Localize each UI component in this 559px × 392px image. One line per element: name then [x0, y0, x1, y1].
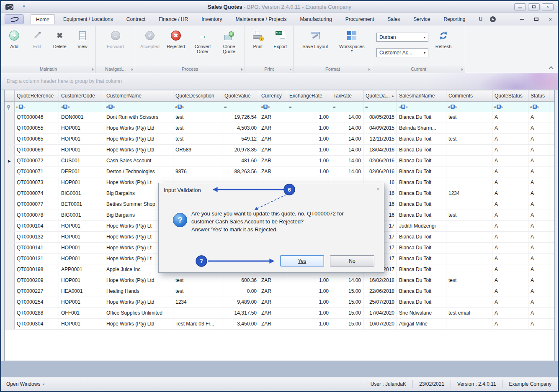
cell-status[interactable]: A: [528, 232, 549, 242]
cell-qstatus[interactable]: A: [492, 199, 528, 210]
row-indicator[interactable]: [5, 254, 15, 264]
cell-salesman[interactable]: Bianca Du Toit: [397, 156, 446, 166]
group-by-bar[interactable]: Drag a column header here to group by th…: [1, 73, 558, 90]
mdi-close-icon[interactable]: ×: [549, 17, 552, 22]
cell-ref[interactable]: QT0000072: [15, 156, 59, 166]
cell-date[interactable]: 16/02/2018: [363, 275, 397, 286]
cell-qstatus[interactable]: A: [492, 177, 528, 188]
filter-cell-value[interactable]: =: [222, 102, 259, 112]
cell-qstatus[interactable]: A: [492, 156, 528, 166]
cell-tax[interactable]: 15.00: [331, 308, 363, 318]
cell-exchange[interactable]: 1.00: [287, 275, 331, 286]
yes-button[interactable]: Yes: [280, 255, 324, 266]
cell-status[interactable]: A: [528, 199, 549, 210]
cell-comments[interactable]: [446, 297, 492, 307]
filter-cell-qstatus[interactable]: aBc: [492, 102, 528, 112]
cell-date[interactable]: 12/11/2015: [363, 134, 397, 144]
column-header-name[interactable]: CustomerName: [104, 90, 173, 102]
cell-comments[interactable]: [446, 156, 492, 166]
filter-cell-tax[interactable]: =: [331, 102, 363, 112]
cell-comments[interactable]: [446, 123, 492, 133]
cell-exchange[interactable]: 1.00: [287, 112, 331, 123]
row-indicator[interactable]: [5, 123, 15, 133]
cell-currency[interactable]: ZAR: [259, 123, 287, 133]
cell-currency[interactable]: ZAR: [259, 319, 287, 329]
cell-desc[interactable]: test: [173, 275, 222, 286]
cell-currency[interactable]: ZAR: [259, 134, 287, 144]
cell-currency[interactable]: ZAR: [259, 308, 287, 318]
cell-name[interactable]: Office Supplies Unlimited: [104, 308, 173, 318]
cell-date[interactable]: 04/09/2015: [363, 123, 397, 133]
row-indicator[interactable]: [5, 243, 15, 253]
cell-desc[interactable]: 1234: [173, 297, 222, 307]
cell-ref[interactable]: QT0000104: [15, 221, 59, 231]
cell-date[interactable]: 08/05/2015: [363, 112, 397, 123]
cell-qstatus[interactable]: A: [492, 134, 528, 144]
column-header-currency[interactable]: Currency: [259, 90, 287, 102]
cell-date[interactable]: 02/06/2016: [363, 156, 397, 166]
column-header-status[interactable]: Status: [528, 90, 549, 102]
cell-status[interactable]: A: [528, 177, 549, 188]
cell-ref[interactable]: QT0000055: [15, 123, 59, 133]
cell-comments[interactable]: [446, 167, 492, 177]
cell-code[interactable]: BIG0001: [59, 188, 104, 199]
cell-exchange[interactable]: 1.00: [287, 145, 331, 155]
cell-status[interactable]: A: [528, 254, 549, 264]
cell-salesman[interactable]: Bianca Du Toit: [397, 145, 446, 155]
cell-qstatus[interactable]: A: [492, 221, 528, 231]
cell-salesman[interactable]: Bianca Du Toit: [397, 264, 446, 275]
cell-name[interactable]: Hope Works (Pty) Ltd: [104, 123, 173, 133]
cell-desc[interactable]: Test Marc 03 Fr...: [173, 319, 222, 329]
cell-qstatus[interactable]: A: [492, 275, 528, 286]
cell-ref[interactable]: QT0000132: [15, 232, 59, 242]
cell-ref[interactable]: QT0000046: [15, 112, 59, 123]
accepted-button[interactable]: ✔ Accepted: [137, 27, 163, 65]
column-header-desc[interactable]: QuoteDescription: [173, 90, 222, 102]
column-header-value[interactable]: QuoteValue: [222, 90, 259, 102]
cell-qstatus[interactable]: A: [492, 210, 528, 220]
row-indicator[interactable]: [5, 199, 15, 210]
cell-desc[interactable]: [173, 308, 222, 318]
cell-comments[interactable]: test: [446, 112, 492, 123]
table-row[interactable]: QT0000069HOP001Hope Works (Pty) LtdOR589…: [5, 145, 554, 156]
table-row[interactable]: QT0000254HOP001Hope Works (Pty) Ltd12349…: [5, 297, 554, 308]
cell-ref[interactable]: QT0000077: [15, 199, 59, 210]
cell-exchange[interactable]: 1.00: [287, 123, 331, 133]
cell-salesman[interactable]: Bianca Du Toit: [397, 112, 446, 123]
cell-status[interactable]: A: [528, 308, 549, 318]
row-indicator[interactable]: [5, 177, 15, 188]
cell-date[interactable]: 10/07/2020: [363, 319, 397, 329]
cell-code[interactable]: OFF001: [59, 308, 104, 318]
cell-salesman[interactable]: Bianca Du Toit: [397, 177, 446, 188]
cell-ref[interactable]: QT0000198: [15, 264, 59, 275]
cell-ref[interactable]: QT0000131: [15, 254, 59, 264]
save-layout-button[interactable]: Save Layout: [297, 27, 334, 65]
cell-code[interactable]: HOP001: [59, 254, 104, 264]
cell-comments[interactable]: [446, 243, 492, 253]
cell-code[interactable]: APP0001: [59, 264, 104, 275]
cell-status[interactable]: A: [528, 210, 549, 220]
filter-cell-date[interactable]: =: [363, 102, 397, 112]
cell-date[interactable]: 17/04/2020: [363, 308, 397, 318]
cell-ref[interactable]: QT0000304: [15, 319, 59, 329]
cell-tax[interactable]: 15.00: [331, 297, 363, 307]
cell-comments[interactable]: test: [446, 134, 492, 144]
filter-cell-comments[interactable]: aBc: [446, 102, 492, 112]
cell-currency[interactable]: ZAR: [259, 286, 287, 297]
cell-comments[interactable]: [446, 264, 492, 275]
minimize-button[interactable]: [514, 3, 526, 10]
mdi-minimize-icon[interactable]: [520, 19, 524, 20]
cell-ref[interactable]: QT0000209: [15, 275, 59, 286]
add-button[interactable]: + Add: [3, 27, 26, 65]
cell-code[interactable]: CUS001: [59, 156, 104, 166]
selected-row-indicator[interactable]: ▶: [5, 156, 15, 166]
filter-cell-salesman[interactable]: aBc: [397, 102, 446, 112]
cell-ref[interactable]: QT0000078: [15, 210, 59, 220]
cell-salesman[interactable]: Bianca Du Toit: [397, 188, 446, 199]
cell-comments[interactable]: [446, 221, 492, 231]
cell-status[interactable]: A: [528, 112, 549, 123]
cell-code[interactable]: HOP001: [59, 145, 104, 155]
column-header-date[interactable]: QuoteDa...▲: [363, 90, 397, 102]
row-indicator[interactable]: [5, 112, 15, 123]
cell-code[interactable]: HOP001: [59, 134, 104, 144]
